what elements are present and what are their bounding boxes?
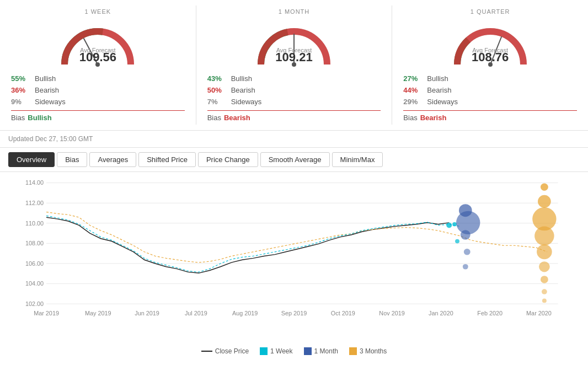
svg-text:Mar 2020: Mar 2020 bbox=[526, 310, 552, 316]
tab-minim-max[interactable]: Minim/Max bbox=[332, 152, 383, 167]
svg-point-33 bbox=[455, 239, 459, 244]
svg-point-40 bbox=[538, 195, 551, 208]
svg-point-36 bbox=[461, 230, 471, 239]
sideways-row-week: 9% Sideways bbox=[11, 96, 185, 108]
bullish-label-week: Bullish bbox=[35, 74, 56, 83]
divider-month bbox=[207, 110, 381, 111]
bias-row-quarter: Bias Bearish bbox=[403, 114, 577, 122]
panel-1-week: 1 WEEK Avg Forecast 109.56 55% Bullish bbox=[0, 6, 196, 125]
sideways-row-quarter: 29% Sideways bbox=[403, 96, 577, 108]
bearish-pct-month: 50% bbox=[207, 86, 227, 94]
sideways-label-week: Sideways bbox=[35, 98, 66, 106]
svg-text:Oct 2019: Oct 2019 bbox=[331, 310, 355, 316]
bias-value-week: Bullish bbox=[28, 114, 51, 122]
tab-price-change[interactable]: Price Change bbox=[198, 152, 258, 167]
svg-text:106.00: 106.00 bbox=[25, 260, 44, 267]
sideways-label-month: Sideways bbox=[231, 98, 262, 106]
gauge-value-week: 109.56 bbox=[79, 50, 116, 65]
sideways-pct-week: 9% bbox=[11, 98, 30, 106]
bullish-pct-month: 43% bbox=[207, 74, 227, 83]
svg-point-44 bbox=[539, 261, 550, 272]
gauge-quarter: Avg Forecast 108.76 bbox=[446, 18, 534, 67]
svg-text:114.00: 114.00 bbox=[25, 180, 44, 186]
bullish-pct-quarter: 27% bbox=[403, 74, 423, 83]
bearish-label-week: Bearish bbox=[35, 86, 59, 94]
period-label-quarter: 1 QUARTER bbox=[471, 8, 510, 15]
svg-text:104.00: 104.00 bbox=[25, 281, 44, 287]
svg-rect-49 bbox=[260, 347, 268, 355]
bias-row-week: Bias Bullish bbox=[11, 114, 185, 122]
panel-1-quarter: 1 QUARTER Avg Forecast 108.76 27% Bullis… bbox=[392, 6, 588, 125]
forecast-panels: 1 WEEK Avg Forecast 109.56 55% Bullish bbox=[0, 0, 588, 131]
bullish-pct-week: 55% bbox=[11, 74, 30, 83]
updated-text: Updated Dec 27, 15:00 GMT bbox=[8, 135, 93, 143]
svg-rect-51 bbox=[349, 347, 357, 355]
svg-point-35 bbox=[456, 211, 480, 234]
stats-month: 43% Bullish 50% Bearish 7% Sideways Bias… bbox=[207, 73, 381, 122]
tab-smooth-average[interactable]: Smooth Average bbox=[260, 152, 330, 167]
bearish-row-week: 36% Bearish bbox=[11, 84, 185, 96]
bullish-row-week: 55% Bullish bbox=[11, 73, 185, 84]
svg-text:108.00: 108.00 bbox=[25, 240, 44, 246]
chart-area: 114.00 112.00 110.00 108.00 106.00 104.0… bbox=[0, 172, 588, 343]
sideways-pct-month: 7% bbox=[207, 98, 227, 106]
divider-week bbox=[11, 110, 185, 111]
bearish-row-month: 50% Bearish bbox=[207, 84, 381, 96]
legend-3-months: 3 Months bbox=[349, 347, 387, 355]
bullish-label-month: Bullish bbox=[231, 74, 252, 83]
legend-3-months-label: 3 Months bbox=[360, 347, 387, 355]
legend-bar: Close Price 1 Week 1 Month 3 Months bbox=[0, 343, 588, 357]
legend-1-month-label: 1 Month bbox=[314, 347, 338, 355]
sideways-pct-quarter: 29% bbox=[403, 98, 423, 106]
svg-rect-50 bbox=[304, 347, 312, 355]
legend-1-month: 1 Month bbox=[304, 347, 338, 355]
svg-text:Nov 2019: Nov 2019 bbox=[379, 310, 404, 316]
svg-point-31 bbox=[446, 223, 452, 228]
svg-text:Mar 2019: Mar 2019 bbox=[34, 310, 59, 316]
svg-point-38 bbox=[463, 264, 468, 270]
svg-text:110.00: 110.00 bbox=[25, 220, 44, 227]
bias-text-month: Bias bbox=[207, 114, 221, 122]
bearish-pct-quarter: 44% bbox=[403, 86, 423, 94]
tab-bias[interactable]: Bias bbox=[57, 152, 87, 167]
gauge-value-quarter: 108.76 bbox=[472, 50, 509, 65]
bearish-pct-week: 36% bbox=[11, 86, 30, 94]
gauge-value-month: 109.21 bbox=[275, 50, 312, 65]
svg-point-42 bbox=[534, 227, 554, 246]
svg-text:112.00: 112.00 bbox=[25, 200, 44, 206]
legend-1-week: 1 Week bbox=[260, 347, 292, 355]
svg-text:Feb 2020: Feb 2020 bbox=[477, 310, 503, 316]
panel-1-month: 1 MONTH Avg Forecast 109.21 43% Bullish … bbox=[196, 6, 393, 125]
period-label-month: 1 MONTH bbox=[279, 8, 310, 15]
svg-text:102.00: 102.00 bbox=[25, 300, 44, 307]
tab-shifted-price[interactable]: Shifted Price bbox=[138, 152, 196, 167]
tabs-bar: Overview Bias Averages Shifted Price Pri… bbox=[0, 148, 588, 172]
bearish-label-month: Bearish bbox=[231, 86, 255, 94]
svg-text:Jul 2019: Jul 2019 bbox=[185, 310, 207, 316]
stats-quarter: 27% Bullish 44% Bearish 29% Sideways Bia… bbox=[403, 73, 577, 122]
svg-point-37 bbox=[464, 249, 471, 255]
bias-text-week: Bias bbox=[11, 114, 25, 122]
bias-row-month: Bias Bearish bbox=[207, 114, 381, 122]
gauge-week: Avg Forecast 109.56 bbox=[54, 18, 142, 67]
bias-text-quarter: Bias bbox=[403, 114, 417, 122]
main-chart: 114.00 112.00 110.00 108.00 106.00 104.0… bbox=[8, 178, 580, 321]
updated-bar: Updated Dec 27, 15:00 GMT bbox=[0, 131, 588, 148]
bullish-label-quarter: Bullish bbox=[427, 74, 448, 83]
svg-point-43 bbox=[537, 244, 552, 259]
svg-point-46 bbox=[542, 289, 547, 294]
svg-text:Jun 2019: Jun 2019 bbox=[135, 310, 159, 316]
svg-point-32 bbox=[452, 222, 457, 227]
period-label-week: 1 WEEK bbox=[85, 8, 111, 15]
bearish-label-quarter: Bearish bbox=[427, 86, 451, 94]
legend-close-price-label: Close Price bbox=[215, 347, 249, 355]
tab-overview[interactable]: Overview bbox=[8, 152, 55, 167]
legend-close-price: Close Price bbox=[201, 347, 249, 355]
tab-averages[interactable]: Averages bbox=[89, 152, 136, 167]
bias-value-quarter: Bearish bbox=[420, 114, 447, 122]
svg-text:Aug 2019: Aug 2019 bbox=[232, 310, 258, 316]
svg-point-45 bbox=[541, 276, 548, 283]
gauge-month: Avg Forecast 109.21 bbox=[250, 18, 338, 67]
svg-point-47 bbox=[542, 299, 547, 303]
legend-1-week-label: 1 Week bbox=[270, 347, 292, 355]
